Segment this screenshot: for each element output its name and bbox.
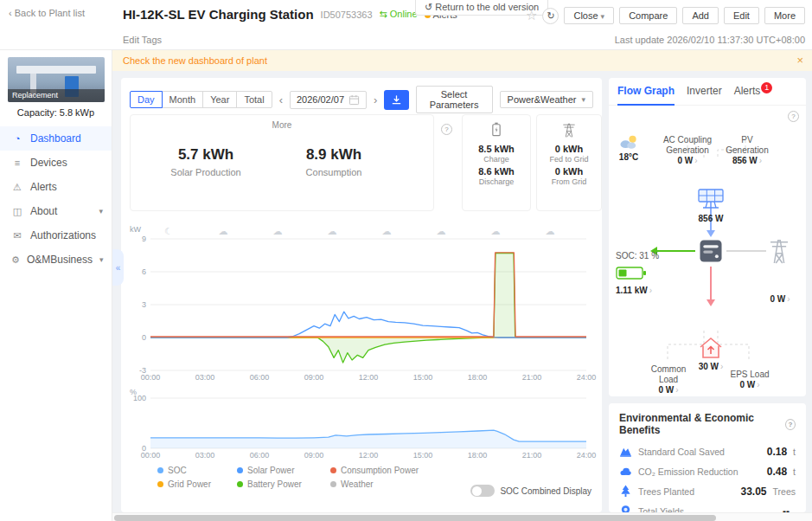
date-picker[interactable]: 2026/02/07 [290,91,367,109]
sidebar-item-ombusiness[interactable]: ⚙ O&MBusiness ▾ [0,248,112,272]
legend-dot [157,481,163,487]
battery-power-value[interactable]: 1.11 kW› [616,286,676,296]
svg-text:9: 9 [142,235,146,243]
svg-text:12:00: 12:00 [359,373,379,382]
help-icon[interactable]: ? [441,124,452,135]
charge-label: Charge [463,155,530,164]
scrollbar-thumb[interactable] [114,515,716,521]
next-date-button[interactable]: › [372,93,379,106]
legend-item-soc[interactable]: SOC [157,466,237,475]
tab-inverter[interactable]: Inverter [687,78,722,106]
download-icon [391,94,402,106]
svg-text:☁: ☁ [546,226,555,236]
svg-text:3: 3 [142,300,146,309]
benefits-title-row: Environmental & Economic Benefits ? [609,403,806,441]
back-to-plant-list-link[interactable]: ‹ Back to Plant list [9,8,85,18]
tab-alerts[interactable]: Alerts1 [734,78,773,106]
ac-coupling-value[interactable]: 0 W› [655,156,719,166]
return-icon: ↺ [425,2,432,12]
chart-type-select[interactable]: Power&Weather ▾ [500,91,593,108]
benefit-row-co2: CO₂ Emission Reduction 0.48 t [609,461,806,481]
help-icon[interactable]: ? [785,419,796,430]
svg-text:☁: ☁ [328,226,337,236]
sidebar-item-devices[interactable]: ≡ Devices [0,151,112,175]
online-icon: ⇆ [380,9,387,19]
grid-stats-card: 0 kWh Fed to Grid 0 kWh From Grid [536,114,602,211]
dashboard-icon: ◔ [11,133,23,144]
refresh-button[interactable]: ↻ [542,8,559,24]
period-tab-month[interactable]: Month [162,91,204,108]
edit-button[interactable]: Edit [724,7,759,24]
sidebar-item-about[interactable]: ◫ About ▾ [0,199,112,223]
last-update-text: Last update 2026/02/10 11:37:30 UTC+08:0… [615,35,805,45]
eps-load-value[interactable]: 0 W› [725,380,775,390]
ac-coupling-node: AC Coupling Generation 0 W› [655,135,719,166]
svg-text:06:00: 06:00 [250,451,270,460]
inverter-icon [698,238,724,264]
legend-item-battery-power[interactable]: Battery Power [237,479,330,489]
solar-panel-icon [695,187,726,211]
collapse-icon: « [116,263,121,273]
svg-text:kW: kW [130,225,142,234]
common-load-value[interactable]: 0 W› [643,385,694,396]
soc-toggle-label: SOC Combined Display [500,486,591,496]
pv-generation-value[interactable]: 856 W› [719,156,775,166]
svg-text:12:00: 12:00 [359,451,379,460]
svg-text:00:00: 00:00 [141,373,161,382]
svg-text:24:00: 24:00 [577,373,597,382]
edit-tags-link[interactable]: Edit Tags [123,35,162,45]
svg-text:21:00: 21:00 [522,451,542,460]
panel-power-value: 856 W [685,214,737,224]
download-button[interactable] [384,90,408,110]
compare-button[interactable]: Compare [619,7,677,24]
more-button[interactable]: More [764,7,805,24]
notice-close-icon[interactable]: × [796,50,803,71]
svg-text:☁: ☁ [273,226,283,236]
flow-tabs: Flow Graph Inverter Alerts1 [609,78,806,106]
svg-text:21:00: 21:00 [522,373,542,382]
sidebar-collapse-handle[interactable]: « [112,249,124,286]
add-button[interactable]: Add [682,7,719,24]
svg-text:15:00: 15:00 [413,373,433,382]
svg-text:06:00: 06:00 [250,373,270,382]
top-header: ‹ Back to Plant list HI-12K-SL EV Chargi… [0,0,812,50]
grid-tower-icon [560,121,578,138]
prev-date-button[interactable]: ‹ [278,93,285,106]
chevron-down-icon: ▾ [99,255,104,264]
notice-bar: Check the new dashboard of plant × [112,50,812,71]
sidebar-item-alerts[interactable]: ⚠ Alerts [0,175,112,199]
period-tab-day[interactable]: Day [130,91,163,108]
help-icon[interactable]: ? [788,111,799,122]
page-title: HI-12K-SL EV Charging Station [123,7,314,22]
legend-item-consumption-power[interactable]: Consumption Power [330,466,469,475]
svg-text:☾: ☾ [164,226,173,236]
photo-canopy-shape [16,66,96,74]
common-load-node: Common Load 0 W› [643,364,694,396]
plant-photo: Replacement [8,57,105,102]
notice-text[interactable]: Check the new dashboard of plant [123,55,267,66]
select-parameters-button[interactable]: Select Parameters [416,86,493,113]
period-tab-year[interactable]: Year [202,91,237,108]
energy-summary-box: More ? 5.7 kWh Solar Production 8.9 kWh … [130,114,434,211]
svg-text:%: % [130,388,137,396]
period-tab-total[interactable]: Total [236,91,272,108]
svg-text:☁: ☁ [382,226,392,236]
charge-value: 8.5 kWh [463,144,530,154]
close-dropdown-button[interactable]: Close▾ [564,7,614,24]
legend-item-weather[interactable]: Weather [330,479,469,489]
svg-text:09:00: 09:00 [304,373,324,382]
plant-id: ID50753363 [321,10,373,20]
favorite-star-icon[interactable]: ☆ [526,7,537,24]
solar-production-stat: 5.7 kWh Solar Production [158,146,253,177]
sidebar-item-dashboard[interactable]: ◔ Dashboard [0,126,112,151]
legend-item-grid-power[interactable]: Grid Power [157,479,237,489]
soc-combined-toggle[interactable] [470,485,495,497]
legend-item-solar-power[interactable]: Solar Power [237,466,330,475]
grid-power-value[interactable]: 0 W› [761,294,799,305]
tab-flow-graph[interactable]: Flow Graph [617,78,675,106]
house-icon [697,336,725,360]
sidebar-item-authorizations[interactable]: ✉ Authorizations [0,223,112,248]
devices-icon: ≡ [11,158,23,168]
refresh-icon: ↻ [547,10,554,22]
more-link[interactable]: More [131,120,433,130]
